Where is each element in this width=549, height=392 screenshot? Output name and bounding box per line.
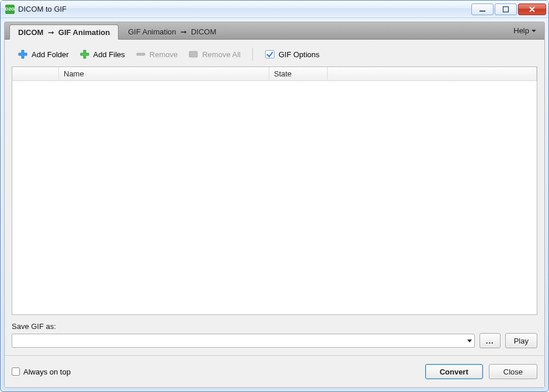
- arrow-right-icon: ➞: [176, 27, 191, 36]
- svg-rect-1: [503, 6, 509, 12]
- column-header-rest[interactable]: [328, 67, 537, 80]
- tab-label-part: DICOM: [191, 27, 216, 36]
- remove-button: Remove: [132, 48, 181, 61]
- play-button[interactable]: Play: [505, 333, 537, 348]
- close-window-button[interactable]: [518, 4, 546, 15]
- button-label: Remove: [150, 50, 178, 59]
- column-header-name[interactable]: Name: [59, 67, 269, 80]
- close-button[interactable]: Close: [489, 364, 537, 379]
- checkbox-box-icon: [12, 368, 20, 376]
- svg-rect-0: [479, 10, 485, 12]
- column-header-state[interactable]: State: [269, 67, 328, 80]
- convert-button[interactable]: Convert: [425, 364, 483, 379]
- separator: [252, 48, 253, 61]
- minimize-button[interactable]: [471, 4, 494, 15]
- app-icon: D2G: [5, 5, 15, 14]
- button-label: Add Folder: [32, 50, 69, 59]
- list-body: [12, 81, 537, 314]
- svg-rect-2: [137, 53, 145, 55]
- footer: Always on top Convert Close: [5, 355, 544, 387]
- save-path-combo[interactable]: [12, 334, 475, 348]
- column-header-icon[interactable]: [12, 67, 59, 80]
- tab-gif-to-dicom[interactable]: GIF Animation ➞ DICOM: [120, 24, 224, 39]
- window-title: DICOM to GIF: [18, 5, 471, 13]
- chevron-down-icon: [531, 30, 536, 32]
- svg-rect-3: [189, 51, 197, 57]
- arrow-right-icon: ➞: [43, 28, 58, 37]
- client-area: DICOM ➞ GIF Animation GIF Animation ➞ DI…: [4, 22, 545, 388]
- button-label: Remove All: [202, 50, 241, 59]
- add-folder-button[interactable]: Add Folder: [14, 48, 72, 61]
- save-label: Save GIF as:: [12, 322, 537, 331]
- plus-green-icon: [79, 49, 90, 60]
- tab-dicom-to-gif[interactable]: DICOM ➞ GIF Animation: [9, 24, 119, 40]
- help-menu[interactable]: Help: [513, 26, 540, 35]
- button-label: Add Files: [93, 50, 125, 59]
- chevron-down-icon: [467, 340, 472, 342]
- save-row: Save GIF as: ... Play: [12, 322, 537, 348]
- tab-label-part: GIF Animation: [128, 27, 176, 36]
- list-header: Name State: [12, 67, 537, 81]
- svg-rect-4: [265, 51, 274, 58]
- checkbox-label: Always on top: [23, 368, 71, 376]
- add-files-button[interactable]: Add Files: [76, 48, 128, 61]
- tab-label-part: DICOM: [18, 28, 43, 37]
- minus-icon: [135, 49, 146, 60]
- gif-options-button[interactable]: GIF Options: [261, 48, 323, 61]
- app-window: D2G DICOM to GIF DICOM ➞ GIF Animation G…: [0, 0, 549, 392]
- tabstrip: DICOM ➞ GIF Animation GIF Animation ➞ DI…: [5, 22, 544, 40]
- options-check-icon: [265, 49, 275, 60]
- tab-label-part: GIF Animation: [58, 28, 110, 37]
- maximize-button[interactable]: [495, 4, 517, 15]
- remove-all-icon: [188, 49, 199, 60]
- remove-all-button: Remove All: [185, 48, 244, 61]
- window-buttons: [471, 4, 546, 15]
- file-list[interactable]: Name State: [12, 66, 537, 315]
- always-on-top-checkbox[interactable]: Always on top: [12, 368, 71, 376]
- button-label: GIF Options: [279, 50, 319, 59]
- tab-page: Add Folder Add Files Remove: [5, 40, 544, 355]
- toolbar: Add Folder Add Files Remove: [12, 46, 537, 66]
- titlebar[interactable]: D2G DICOM to GIF: [1, 1, 548, 18]
- plus-blue-icon: [18, 49, 28, 60]
- browse-button[interactable]: ...: [479, 333, 501, 348]
- help-label: Help: [513, 26, 529, 35]
